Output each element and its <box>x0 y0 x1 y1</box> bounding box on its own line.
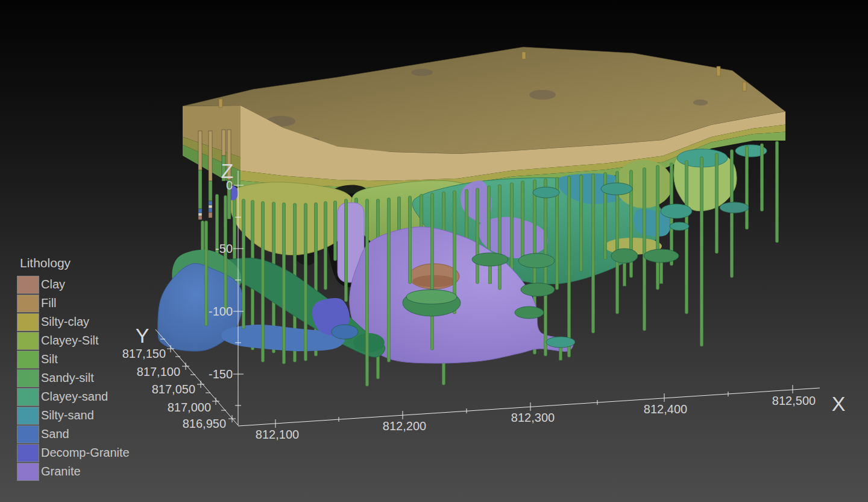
x-tick-label: 812,300 <box>511 411 555 424</box>
x-tick-label: 812,200 <box>383 419 426 433</box>
legend-swatch-sandy-silt <box>17 369 39 387</box>
model-canvas[interactable]: Z Y X 0 -50 -100 -150 817,150 817,100 81… <box>0 0 868 502</box>
legend-item-label: Silt <box>39 352 58 366</box>
borehole <box>366 199 369 386</box>
x-axis-letter: X <box>832 392 846 415</box>
surface-patch <box>529 90 556 100</box>
borehole <box>283 203 286 364</box>
borehole-log <box>198 216 202 220</box>
borehole <box>388 198 391 362</box>
borehole <box>568 176 571 357</box>
lithology-disc <box>720 202 749 213</box>
legend-item-label: Clay <box>39 278 65 291</box>
z-tick-label: -150 <box>209 367 233 381</box>
legend-item-label: Sand <box>39 427 69 441</box>
lithology-disc <box>332 325 358 339</box>
borehole-log <box>198 170 202 209</box>
borehole-log <box>198 131 202 170</box>
legend-swatch-clay <box>17 276 39 294</box>
borehole-log <box>209 208 212 212</box>
borehole-collar <box>743 82 746 91</box>
y-tick-label: 817,050 <box>152 383 195 396</box>
borehole-collar <box>717 66 720 76</box>
borehole <box>521 181 524 259</box>
legend-item-label: Fill <box>39 296 57 310</box>
borehole <box>409 196 412 284</box>
lithology-disc <box>472 253 508 266</box>
legend-item-label: Decomp-Granite <box>39 446 130 460</box>
legend-item-label: Sandy-silt <box>39 371 94 385</box>
lithology-disc <box>515 307 544 319</box>
x-tick-label: 812,400 <box>644 402 687 416</box>
borehole-log <box>209 131 212 181</box>
borehole <box>643 168 646 331</box>
borehole <box>431 193 434 350</box>
z-tick-label: 0 <box>226 179 233 192</box>
lithology-disc <box>601 183 632 195</box>
borehole <box>715 153 719 253</box>
borehole <box>262 202 265 362</box>
x-tick-label: 812,100 <box>256 428 299 441</box>
legend-swatch-clayey-sand <box>17 388 39 406</box>
borehole <box>205 221 208 326</box>
legend-item-silty-clay: Silty-clay <box>17 313 130 331</box>
legend-swatch-silt <box>17 351 39 369</box>
legend-item-clayey-silt: Clayey-Silt <box>17 331 130 350</box>
legend-item-sandy-silt: Sandy-silt <box>17 369 130 387</box>
borehole <box>685 160 688 314</box>
borehole <box>242 199 245 329</box>
legend-item-label: Silty-sand <box>39 408 94 422</box>
lithology-disc <box>661 204 692 218</box>
legend-swatch-fill <box>17 294 39 313</box>
legend-item-silt: Silt <box>17 350 130 369</box>
borehole <box>776 141 779 243</box>
borehole-log <box>222 130 225 156</box>
borehole-log <box>198 213 202 216</box>
legend-item-fill: Fill <box>17 294 130 313</box>
sandy-silt-tip <box>353 333 385 352</box>
legend-swatch-clayey-silt <box>17 332 39 350</box>
z-tick-label: -50 <box>215 242 233 255</box>
legend-item-silty-sand: Silty-sand <box>17 406 130 425</box>
lithology-disc <box>644 249 679 262</box>
legend-swatch-silty-sand <box>17 407 39 425</box>
borehole <box>746 146 749 229</box>
y-tick-label: 816,950 <box>183 417 226 430</box>
borehole-log <box>209 212 212 218</box>
borehole <box>476 188 479 284</box>
lithology-model <box>158 47 785 386</box>
lithology-disc <box>546 337 575 348</box>
surface-patch <box>693 100 708 106</box>
borehole-log <box>209 181 212 201</box>
legend-swatch-sand <box>17 425 39 443</box>
borehole <box>324 202 327 290</box>
3d-viewport[interactable]: Z Y X 0 -50 -100 -150 817,150 817,100 81… <box>0 0 868 502</box>
borehole-collar <box>219 99 222 107</box>
borehole <box>304 203 307 361</box>
borehole <box>700 157 703 346</box>
surface-patch <box>411 69 433 76</box>
borehole <box>345 199 348 302</box>
legend-item-label: Clayey-Silt <box>39 334 99 348</box>
borehole <box>498 185 502 290</box>
borehole-log <box>209 201 212 205</box>
legend-item-sand: Sand <box>17 425 130 443</box>
legend-item-granite: Granite <box>17 462 130 481</box>
legend-title: Lithology <box>17 256 130 270</box>
legend-item-label: Clayey-sand <box>39 390 108 404</box>
lithology-disc <box>533 187 559 198</box>
x-tick-label: 812,500 <box>772 394 816 407</box>
legend-swatch-decomp-granite <box>17 444 39 462</box>
legend-swatch-silty-clay <box>17 313 39 331</box>
y-tick-label: 817,100 <box>137 365 180 378</box>
borehole <box>761 144 764 211</box>
borehole-collar <box>522 52 526 59</box>
legend-item-clay: Clay <box>17 275 130 294</box>
z-tick-label: -100 <box>209 305 233 318</box>
lithology-disc <box>611 249 638 263</box>
legend-item-label: Silty-clay <box>39 315 89 329</box>
lithology-disc <box>406 290 457 304</box>
legend-item-clayey-sand: Clayey-sand <box>17 387 130 406</box>
borehole-log <box>209 205 212 208</box>
borehole <box>656 165 659 290</box>
